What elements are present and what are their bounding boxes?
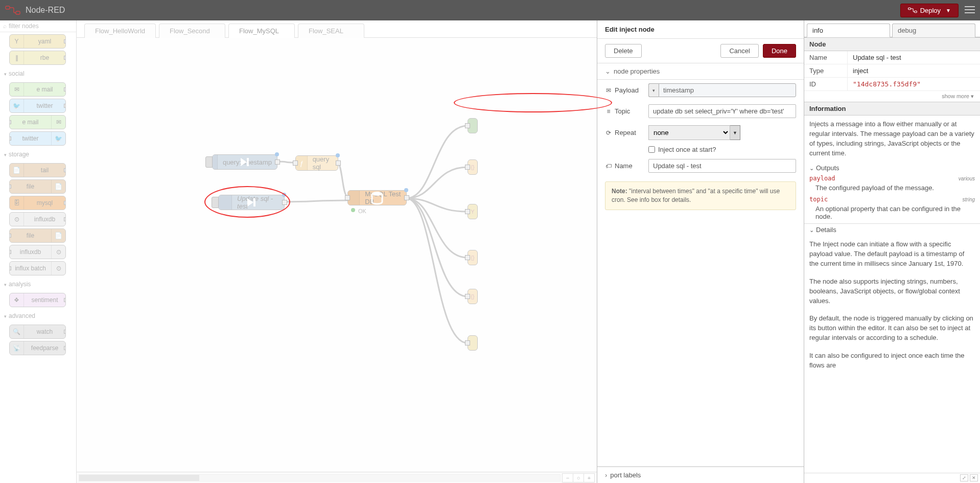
palette-category-advanced[interactable]: advanced xyxy=(0,309,75,323)
svg-point-7 xyxy=(372,192,382,196)
port-labels-toggle[interactable]: port labels xyxy=(597,467,804,483)
palette-node-label: feedparse xyxy=(24,344,65,352)
palette-node-twitter[interactable]: 🐦twitter xyxy=(9,99,66,113)
flow-tab[interactable]: Flow_HelloWorld xyxy=(84,24,156,38)
chevron-down-icon[interactable]: ▼ xyxy=(730,125,740,140)
flow-tab[interactable]: Flow_MySQL xyxy=(228,24,295,38)
input-port[interactable] xyxy=(465,340,470,346)
palette-node-feedparse[interactable]: 📡feedparse xyxy=(9,341,66,355)
close-button[interactable]: ✕ xyxy=(970,474,978,481)
deploy-button[interactable]: Deploy ▼ xyxy=(900,4,959,17)
input-port[interactable] xyxy=(465,209,470,214)
palette-category-analysis[interactable]: analysis xyxy=(0,278,75,291)
palette: ⌕ Yyaml‖rbesocial✉e mail🐦twittere mail✉t… xyxy=(0,20,77,483)
flow-node-function[interactable]: ƒ query sql xyxy=(295,155,338,171)
flow-tab[interactable]: Flow_Second xyxy=(159,24,225,38)
flow-node-inject-selected[interactable]: Update sql - test xyxy=(218,195,285,210)
palette-node-tail[interactable]: 📄tail xyxy=(9,163,66,177)
palette-node-e-mail[interactable]: e mail✉ xyxy=(9,115,66,129)
input-port[interactable] xyxy=(345,195,350,200)
done-button[interactable]: Done xyxy=(763,44,796,58)
topic-input[interactable] xyxy=(648,104,796,118)
canvas[interactable]: query:timestamp Update sql - test xyxy=(77,38,597,472)
output-port[interactable] xyxy=(282,200,287,205)
palette-node-e-mail[interactable]: ✉e mail xyxy=(9,82,66,97)
search-icon: ⌕ xyxy=(3,22,7,30)
palette-category-social[interactable]: social xyxy=(0,67,75,80)
zoom-reset-button[interactable]: ○ xyxy=(573,473,584,482)
palette-filter-input[interactable] xyxy=(9,22,73,30)
zoom-out-button[interactable]: − xyxy=(562,473,573,482)
output-desc: An optional property that can be configu… xyxy=(804,204,980,223)
payload-type-button[interactable]: ▾ xyxy=(648,83,659,97)
flow-tab[interactable]: Flow_SEAL xyxy=(298,24,364,38)
topic-label: Topic xyxy=(615,107,630,115)
palette-node-influxdb[interactable]: influxdb⊙ xyxy=(9,245,66,259)
input-port[interactable] xyxy=(465,255,470,260)
palette-search[interactable]: ⌕ xyxy=(0,20,76,32)
status-dot-icon xyxy=(351,208,355,212)
flow-node-partial[interactable] xyxy=(468,335,478,351)
inject-trigger-button[interactable] xyxy=(205,156,213,168)
outputs-header[interactable]: Outputs xyxy=(804,162,980,174)
inject-trigger-button[interactable] xyxy=(212,197,219,208)
arrow-right-icon xyxy=(213,155,218,169)
palette-node-influxdb[interactable]: ⊙influxdb xyxy=(9,212,66,226)
port xyxy=(64,217,66,221)
delete-button[interactable]: Delete xyxy=(605,44,642,58)
palette-node-file[interactable]: file📄 xyxy=(9,228,66,243)
output-port[interactable] xyxy=(336,160,341,166)
zoom-in-button[interactable]: + xyxy=(584,473,595,482)
svg-rect-3 xyxy=(914,11,917,13)
row-key: Name xyxy=(804,51,848,64)
inject-once-label: Inject once at start? xyxy=(658,146,716,153)
tab-info[interactable]: info xyxy=(807,24,890,37)
details-header[interactable]: Details xyxy=(804,224,980,236)
cancel-button[interactable]: Cancel xyxy=(720,44,758,58)
payload-input[interactable]: ▾ timestamp xyxy=(648,83,796,97)
deploy-caret-icon[interactable]: ▼ xyxy=(946,8,951,13)
input-port[interactable] xyxy=(465,294,470,299)
output-key: topic xyxy=(809,196,828,203)
flow-node-partial[interactable] xyxy=(468,118,478,133)
flow-node-inject[interactable]: query:timestamp xyxy=(212,154,277,170)
sentiment-icon: ❖ xyxy=(10,293,24,307)
flow-node-partial[interactable]: {} xyxy=(468,289,478,304)
palette-node-watch[interactable]: 🔍watch xyxy=(9,325,66,339)
flow-node-mysql[interactable]: MySQL Test DB OK xyxy=(347,190,407,205)
node-properties-toggle[interactable]: node properties xyxy=(597,63,804,79)
list-icon: ≡ xyxy=(605,108,612,115)
flow-node-partial[interactable]: Y xyxy=(468,204,478,219)
palette-node-mysql[interactable]: 🗄mysql xyxy=(9,196,66,210)
output-key: payload xyxy=(809,175,835,182)
palette-node-sentiment[interactable]: ❖sentiment xyxy=(9,293,66,307)
repeat-select[interactable]: none xyxy=(648,125,730,140)
horizontal-scrollbar[interactable] xyxy=(79,474,561,481)
influxdb-icon: ⊙ xyxy=(10,213,24,226)
input-port[interactable] xyxy=(465,165,470,170)
palette-node-twitter[interactable]: twitter🐦 xyxy=(9,131,66,146)
input-port[interactable] xyxy=(293,160,298,166)
port xyxy=(64,104,66,108)
flow-node-partial[interactable]: {} xyxy=(468,159,478,175)
flow-node-partial[interactable]: {} xyxy=(468,250,478,265)
json-icon: {} xyxy=(471,255,474,261)
tab-debug[interactable]: debug xyxy=(892,24,975,37)
output-port[interactable] xyxy=(404,195,409,200)
repeat-label: Repeat xyxy=(615,129,636,136)
name-input[interactable] xyxy=(648,159,796,173)
palette-category-storage[interactable]: storage xyxy=(0,148,75,161)
main-menu-button[interactable] xyxy=(965,6,975,15)
changed-indicator-icon xyxy=(336,153,340,157)
input-port[interactable] xyxy=(465,123,470,128)
expand-button[interactable]: ⤢ xyxy=(960,474,968,481)
palette-node-label: file xyxy=(10,183,51,190)
output-port[interactable] xyxy=(275,159,280,165)
palette-node-rbe[interactable]: ‖rbe xyxy=(9,51,66,65)
palette-node-influx-batch[interactable]: influx batch⊙ xyxy=(9,261,66,275)
palette-node-yaml[interactable]: Yyaml xyxy=(9,34,66,49)
palette-node-file[interactable]: file📄 xyxy=(9,179,66,194)
payload-label: Payload xyxy=(615,86,639,94)
show-more-link[interactable]: show more ▾ xyxy=(804,91,980,102)
inject-once-checkbox[interactable] xyxy=(648,146,655,153)
